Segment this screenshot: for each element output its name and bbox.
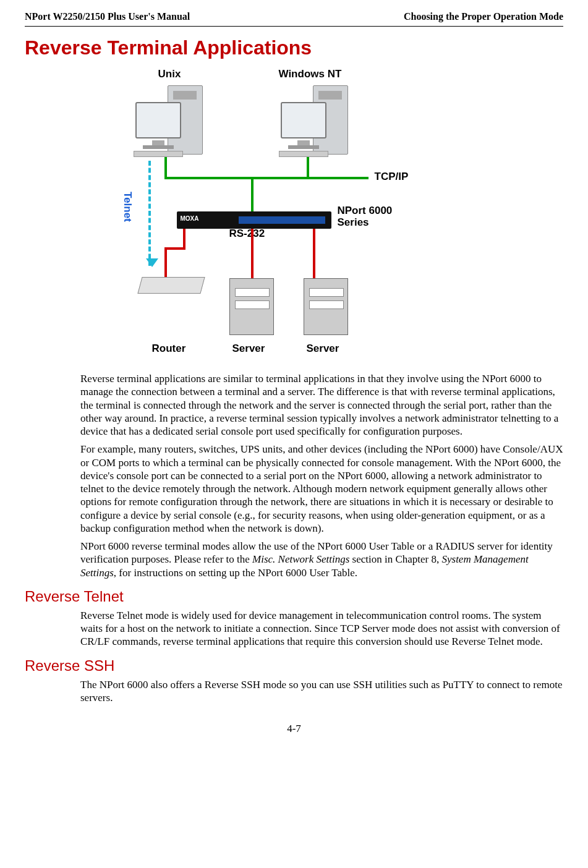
tcpip-line-nport (251, 177, 254, 214)
diagram-label-nport-line2: Series (338, 216, 369, 228)
diagram-label-nport-line1: NPort 6000 (338, 205, 393, 216)
unix-monitor-icon (134, 102, 183, 158)
paragraph-reverse-telnet: Reverse Telnet mode is widely used for d… (80, 609, 563, 649)
diagram-label-unix: Unix (158, 68, 181, 80)
diagram-label-server2: Server (307, 343, 339, 355)
paragraph-reverse-ssh: The NPort 6000 also offers a Reverse SSH… (80, 678, 563, 705)
reverse-terminal-diagram: Unix Windows NT TCP/IP RS-232 NPort 6000… (121, 68, 467, 365)
diagram-label-server1: Server (232, 343, 265, 355)
telnet-arrow-icon (148, 161, 151, 266)
router-icon (137, 277, 205, 294)
para3-part-c: , for instructions on setting up the NPo… (114, 567, 357, 579)
header-left: NPort W2250/2150 Plus User's Manual (25, 11, 190, 22)
server1-icon (229, 278, 274, 335)
server2-icon (304, 278, 348, 335)
windows-monitor-icon (279, 102, 328, 158)
heading-reverse-ssh: Reverse SSH (25, 657, 563, 674)
rs232-line-router-h (164, 247, 185, 250)
rs232-line-router (183, 229, 185, 247)
header-right: Choosing the Proper Operation Mode (404, 11, 563, 22)
rs232-line-router-v (164, 247, 167, 278)
paragraph-intro: Reverse terminal applications are simila… (80, 372, 563, 438)
tcpip-line-h (164, 177, 369, 179)
moxa-logo: MOXA (181, 215, 199, 222)
rs232-line-server1 (251, 229, 254, 278)
diagram-label-rs232: RS-232 (229, 228, 265, 240)
diagram-label-tcpip: TCP/IP (375, 171, 409, 183)
diagram-label-windows-nt: Windows NT (279, 68, 342, 80)
para3-part-b: section in Chapter 8, (349, 553, 441, 565)
tcpip-line-win (307, 155, 309, 179)
page-title: Reverse Terminal Applications (25, 36, 563, 59)
diagram-label-telnet: Telnet (121, 192, 134, 222)
nport-device-icon: MOXA (177, 211, 331, 229)
diagram-label-router: Router (152, 343, 186, 355)
para3-italic1: Misc. Network Settings (252, 553, 349, 565)
heading-reverse-telnet: Reverse Telnet (25, 588, 563, 605)
paragraph-radius: NPort 6000 reverse terminal modes allow … (80, 540, 563, 579)
tcpip-line-unix (164, 155, 167, 179)
diagram-label-nport: NPort 6000 Series (338, 205, 393, 228)
paragraph-example: For example, many routers, switches, UPS… (80, 443, 563, 535)
rs232-line-server2 (313, 229, 315, 278)
page-number: 4-7 (25, 723, 563, 735)
page-header: NPort W2250/2150 Plus User's Manual Choo… (25, 11, 563, 27)
